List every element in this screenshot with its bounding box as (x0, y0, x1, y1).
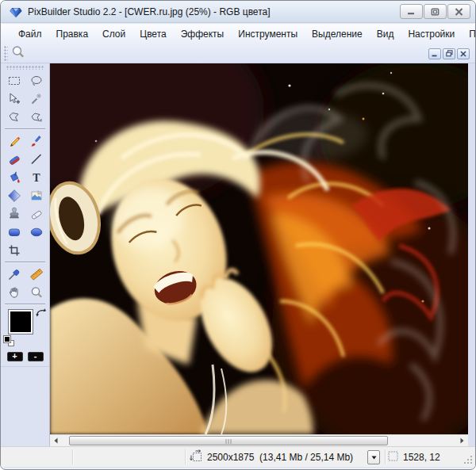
menu-item-layer[interactable]: Слой (95, 25, 132, 43)
zoom-in-button[interactable]: + (7, 352, 23, 361)
tool-smudge[interactable] (27, 205, 46, 222)
tool-gradient[interactable] (5, 187, 24, 204)
restore-button[interactable] (424, 4, 447, 19)
selection-icon (388, 451, 398, 464)
magic-wand-icon (29, 92, 44, 106)
magnifier-icon (11, 45, 25, 63)
brush-icon (29, 134, 44, 148)
horizontal-scrollbar[interactable] (50, 434, 468, 446)
zoom-icon (29, 285, 44, 300)
tool-crop[interactable] (5, 242, 24, 258)
menu-item-help[interactable]: Помощь (462, 25, 476, 43)
canvas-image (50, 63, 468, 434)
tool-text[interactable]: T (27, 169, 46, 185)
size-dropdown-button[interactable] (367, 450, 380, 464)
toolbar (1, 44, 475, 63)
scrollbar-thumb[interactable] (69, 436, 388, 445)
rect-select-icon (7, 74, 21, 88)
tool-line[interactable] (27, 151, 46, 167)
mdi-minimize-button[interactable] (428, 48, 441, 59)
eyedropper-icon (7, 267, 21, 281)
tool-lasso[interactable] (27, 72, 46, 89)
mdi-close-button[interactable] (457, 48, 470, 59)
line-icon (29, 152, 44, 166)
tool-polygon-select[interactable] (5, 109, 24, 125)
smudge-icon (29, 207, 44, 221)
pencil-icon (7, 134, 21, 148)
tool-eraser[interactable] (5, 151, 24, 167)
app-window: PixBuilder Studio 2.2 - [CWER.ru.jpg (25… (0, 0, 476, 470)
tool-magic-wand[interactable] (27, 90, 46, 107)
cursor-position-panel: 1528, 12 (388, 447, 440, 467)
eraser-icon (7, 152, 21, 166)
resize-grip[interactable] (463, 454, 473, 464)
pattern-icon (29, 189, 44, 203)
tool-ruler[interactable] (27, 266, 46, 282)
app-gem-icon (9, 5, 23, 19)
tool-grid: T (1, 72, 49, 300)
tool-fill[interactable] (5, 169, 24, 185)
tool-move[interactable] (5, 90, 24, 107)
palette-divider (5, 262, 45, 262)
zoom-out-button[interactable]: - (28, 352, 44, 361)
rounded-rect-icon (7, 225, 21, 239)
menu-item-tools[interactable]: Инструменты (231, 25, 305, 43)
scroll-left-icon[interactable] (50, 435, 62, 447)
image-size-text: 2500x1875 (13,41 Mb / 25,14 Mb) (207, 452, 353, 463)
magnetic-lasso-icon (29, 110, 44, 124)
menu-item-colors[interactable]: Цвета (132, 25, 173, 43)
menu-item-view[interactable]: Вид (370, 25, 401, 43)
title-bar[interactable]: PixBuilder Studio 2.2 - [CWER.ru.jpg (25… (1, 1, 475, 23)
text-icon: T (29, 170, 44, 185)
minimize-button[interactable] (400, 4, 423, 19)
polygon-select-icon (7, 110, 21, 124)
tool-rounded-rect[interactable] (5, 224, 24, 240)
hand-icon (7, 285, 21, 300)
mdi-restore-button[interactable] (443, 48, 455, 59)
ruler-icon (29, 267, 44, 281)
image-size-icon (190, 449, 202, 464)
menu-item-edit[interactable]: Правка (49, 25, 96, 43)
swap-colors-icon[interactable] (36, 307, 47, 317)
image-size-panel: 2500x1875 (13,41 Mb / 25,14 Mb) (190, 447, 353, 467)
clone-stamp-icon (7, 207, 21, 221)
default-colors-icon[interactable] (4, 336, 14, 346)
crop-icon (7, 243, 21, 258)
tool-zoom[interactable] (27, 284, 46, 300)
tool-pencil[interactable] (5, 132, 24, 149)
close-button[interactable] (447, 4, 470, 19)
toolbar-zoom-button[interactable] (10, 46, 27, 62)
tool-brush[interactable] (27, 132, 46, 149)
tool-clone-stamp[interactable] (5, 205, 24, 222)
ellipse-icon (29, 225, 44, 239)
cursor-position-text: 1528, 12 (403, 452, 440, 463)
gradient-icon (7, 189, 21, 203)
move-icon (7, 92, 21, 106)
tool-magnetic-lasso[interactable] (27, 109, 46, 125)
scroll-right-icon[interactable] (456, 435, 468, 447)
menu-item-effects[interactable]: Эффекты (174, 25, 232, 43)
lasso-icon (29, 74, 44, 88)
palette-divider (5, 128, 45, 129)
svg-text:T: T (33, 171, 40, 183)
window-title: PixBuilder Studio 2.2 - [CWER.ru.jpg (25… (28, 6, 271, 17)
tool-pattern[interactable] (27, 187, 46, 204)
status-bar: 2500x1875 (13,41 Mb / 25,14 Mb) 1528, 12 (1, 446, 475, 467)
tool-rect-select[interactable] (5, 72, 24, 89)
main-area: T + - (1, 63, 475, 446)
toolbar-drag-handle[interactable] (4, 46, 8, 62)
menu-item-settings[interactable]: Настройки (401, 25, 462, 43)
foreground-color-swatch[interactable] (9, 310, 33, 334)
tool-palette: T + - (1, 63, 50, 446)
tool-hand[interactable] (5, 284, 24, 300)
fill-icon (7, 170, 21, 185)
palette-divider (5, 304, 45, 304)
tool-ellipse[interactable] (27, 224, 46, 240)
image-canvas[interactable] (50, 63, 468, 434)
menu-item-file[interactable]: Файл (11, 25, 49, 43)
palette-drag-handle[interactable] (6, 66, 44, 70)
menu-bar: ФайлПравкаСлойЦветаЭффектыИнструментыВыд… (1, 24, 475, 44)
tool-eyedropper[interactable] (5, 266, 24, 282)
scrollbar-track[interactable] (62, 435, 456, 447)
menu-item-selection[interactable]: Выделение (305, 25, 370, 43)
